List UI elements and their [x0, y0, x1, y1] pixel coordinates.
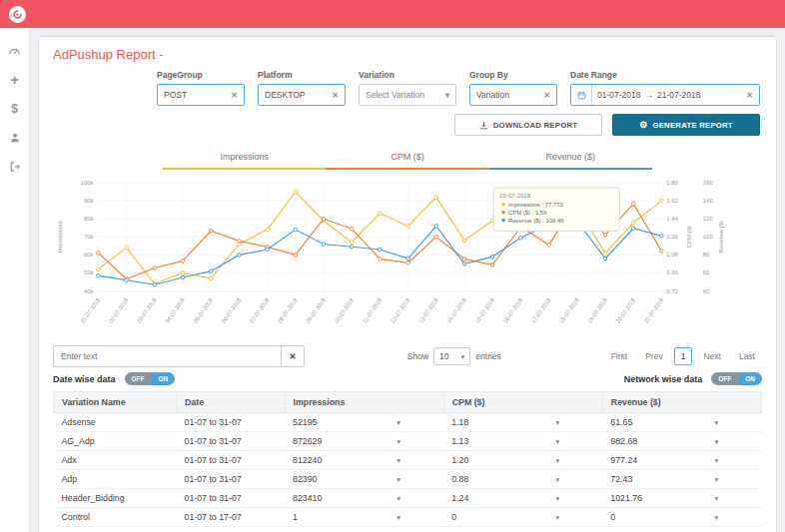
table-cell: Adp [54, 470, 177, 489]
svg-text:1.08: 1.08 [666, 252, 678, 258]
svg-text:20-07-2018: 20-07-2018 [614, 297, 636, 324]
svg-text:13-07-2018: 13-07-2018 [417, 297, 439, 324]
page-button-1[interactable]: 1 [674, 347, 693, 365]
caret-down-icon[interactable]: ▾ [715, 513, 719, 522]
filter-daterange: Date Range 01-07-2018 → 21-07-2018 ✕ [570, 70, 760, 106]
groupby-select[interactable]: Variation ✕ [469, 84, 557, 106]
caret-down-icon[interactable]: ▾ [555, 456, 559, 465]
page-button-next[interactable]: Next [696, 347, 727, 365]
caret-down-icon[interactable]: ▾ [555, 437, 559, 446]
svg-text:80: 80 [703, 252, 710, 258]
col-impressions[interactable]: Impressions [285, 392, 443, 413]
col-date[interactable]: Date [176, 392, 285, 413]
cell-value: 872629 [293, 436, 322, 446]
variation-select[interactable]: Select Variation ▾ [359, 84, 456, 106]
generate-report-button[interactable]: ⚙ GENERATE REPORT [612, 114, 760, 136]
remove-platform-icon[interactable]: ✕ [332, 91, 339, 100]
dashboard-icon[interactable] [8, 44, 22, 58]
search-input[interactable] [53, 345, 281, 367]
adpushup-logo[interactable] [9, 6, 26, 23]
caret-down-icon[interactable]: ▾ [396, 437, 400, 446]
filter-pagegroup: PageGroup POST ✕ [157, 70, 245, 106]
caret-down-icon[interactable]: ▾ [396, 513, 400, 522]
date-wise-label: Date wise data [53, 374, 116, 384]
cell-value: 0 [451, 512, 456, 522]
caret-down-icon[interactable]: ▾ [396, 475, 400, 484]
table-cell: 01-07 to 31-07 [176, 432, 285, 451]
caret-down-icon[interactable]: ▾ [715, 494, 719, 503]
svg-text:0.90: 0.90 [666, 269, 678, 275]
logout-icon[interactable] [8, 160, 22, 174]
clear-search-button[interactable]: ✕ [281, 345, 305, 367]
toggle-off-segment[interactable]: OFF [125, 372, 152, 385]
pagegroup-select[interactable]: POST ✕ [157, 84, 245, 106]
caret-down-icon[interactable]: ▾ [555, 418, 559, 427]
page-button-prev[interactable]: Prev [638, 347, 669, 365]
remove-pagegroup-icon[interactable]: ✕ [231, 91, 238, 100]
svg-text:60k: 60k [84, 252, 94, 258]
svg-text:100k: 100k [81, 180, 94, 186]
svg-text:Impressions : 77,773: Impressions : 77,773 [508, 202, 564, 208]
col-cpm[interactable]: CPM ($) [443, 392, 602, 413]
date-wise-toggle[interactable]: OFF ON [125, 372, 176, 385]
table-cell: 01-07 to 31-07 [176, 413, 285, 432]
caret-down-icon[interactable]: ▾ [715, 437, 719, 446]
filter-groupby: Group By Variation ✕ [469, 70, 557, 106]
table-cell: 823410▾ [285, 489, 443, 508]
table-cell: 0▾ [602, 508, 761, 527]
network-wise-toggle[interactable]: OFF ON [711, 372, 762, 385]
svg-text:1.62: 1.62 [666, 198, 678, 204]
caret-down-icon[interactable]: ▾ [396, 494, 400, 503]
tab-cpm[interactable]: CPM ($) [326, 147, 488, 170]
report-chart[interactable]: 100k1.8016090k1.6214080k1.4412070k1.2610… [53, 173, 762, 344]
table-cell: 1.24▾ [443, 489, 602, 508]
billing-icon[interactable]: $ [8, 102, 22, 116]
metric-tabs: Impressions CPM ($) Revenue ($) [163, 147, 652, 170]
cell-value: 0 [610, 512, 615, 522]
account-icon[interactable] [8, 131, 22, 145]
toggle-on-segment[interactable]: ON [738, 372, 762, 385]
filter-bar: PageGroup POST ✕ Platform DESKTOP ✕ Vari… [53, 70, 762, 106]
table-cell: 982.68▾ [602, 432, 761, 451]
clear-daterange-icon[interactable]: ✕ [746, 91, 753, 100]
cell-value: 812240 [293, 455, 322, 465]
page-button-last[interactable]: Last [732, 347, 762, 365]
download-report-button[interactable]: DOWNLOAD REPORT [454, 114, 602, 136]
table-row: Control01-07 to 17-071▾0▾0▾ [54, 508, 762, 527]
toggle-on-segment[interactable]: ON [152, 372, 176, 385]
tab-impressions[interactable]: Impressions [163, 147, 326, 170]
table-cell: 872629▾ [285, 432, 443, 451]
caret-down-icon[interactable]: ▾ [396, 456, 400, 465]
variation-value: Select Variation [366, 90, 424, 100]
col-revenue[interactable]: Revenue ($) [602, 392, 761, 413]
caret-down-icon[interactable]: ▾ [715, 475, 719, 484]
table-header-row: Variation Name Date Impressions CPM ($) … [54, 392, 762, 413]
page-button-first[interactable]: First [604, 347, 635, 365]
caret-down-icon[interactable]: ▾ [555, 475, 559, 484]
svg-text:07-07-2018: 07-07-2018 [249, 297, 271, 324]
svg-text:CPM ($) : 1.59: CPM ($) : 1.59 [508, 210, 546, 216]
caret-down-icon: ▾ [445, 91, 449, 100]
caret-down-icon[interactable]: ▾ [555, 513, 559, 522]
daterange-picker[interactable]: 01-07-2018 → 21-07-2018 ✕ [570, 84, 760, 106]
caret-down-icon[interactable]: ▾ [715, 418, 719, 427]
platform-select[interactable]: DESKTOP ✕ [258, 84, 346, 106]
tab-revenue[interactable]: Revenue ($) [489, 147, 652, 170]
cell-value: 1.18 [451, 417, 468, 427]
download-report-label: DOWNLOAD REPORT [493, 121, 577, 130]
caret-down-icon[interactable]: ▾ [715, 456, 719, 465]
caret-down-icon[interactable]: ▾ [396, 418, 400, 427]
add-icon[interactable]: + [8, 73, 22, 87]
svg-text:16-07-2018: 16-07-2018 [502, 297, 524, 324]
toggle-off-segment[interactable]: OFF [711, 372, 738, 385]
caret-down-icon[interactable]: ▾ [555, 494, 559, 503]
svg-text:1.80: 1.80 [666, 180, 678, 186]
col-variation-name[interactable]: Variation Name [54, 392, 177, 413]
svg-text:40k: 40k [84, 288, 94, 294]
chart-tooltip: 20-07-2018Impressions : 77,773CPM ($) : … [493, 188, 619, 231]
remove-groupby-icon[interactable]: ✕ [543, 91, 550, 100]
cell-value: 982.68 [610, 436, 637, 446]
entries-select[interactable]: 10 ▾ [433, 347, 470, 365]
table-cell: 0▾ [443, 508, 602, 527]
table-cell: 1.20▾ [443, 451, 602, 470]
